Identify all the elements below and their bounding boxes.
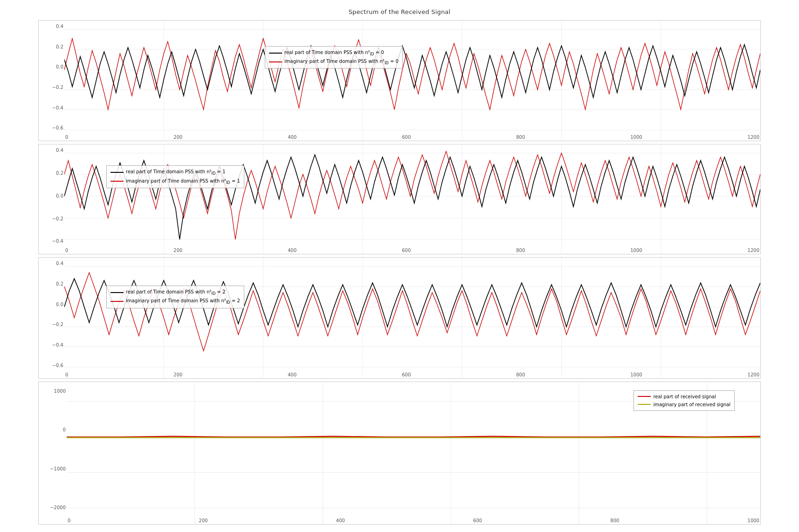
chart-panel-0: 0.4 0.2 0.0 −0.2 −0.4 −0.6 bbox=[38, 20, 761, 141]
chart-svg-2 bbox=[64, 258, 760, 378]
x-labels-1: 0 200 400 600 800 1000 1200 bbox=[64, 248, 760, 253]
x-labels-2: 0 200 400 600 800 1000 1200 bbox=[64, 372, 760, 377]
legend-0: real part of Time domain PSS with n²ID =… bbox=[265, 46, 403, 68]
x-labels-3: 0 200 400 600 800 1000 bbox=[67, 518, 760, 523]
legend-1: real part of Time domain PSS with n²ID =… bbox=[106, 165, 244, 188]
chart-area-0: real part of Time domain PSS with n²ID =… bbox=[64, 20, 760, 141]
legend-2: real part of Time domain PSS with n²ID =… bbox=[106, 286, 244, 308]
page-title: Spectrum of the Received Signal bbox=[349, 8, 451, 15]
y-axis-3: 1000 0 −1000 −2000 bbox=[39, 382, 67, 524]
x-labels-0: 0 200 400 600 800 1000 1200 bbox=[64, 135, 760, 140]
chart-area-3: real part of received signal imaginary p… bbox=[67, 382, 760, 524]
y-axis-0: 0.4 0.2 0.0 −0.2 −0.4 −0.6 bbox=[39, 20, 64, 141]
chart-area-1: real part of Time domain PSS with n²ID =… bbox=[64, 144, 760, 254]
chart-svg-0 bbox=[64, 20, 760, 141]
chart-panel-2: 0.4 0.2 0.0 −0.2 −0.4 −0.6 bbox=[38, 257, 761, 378]
charts-container: 0.4 0.2 0.0 −0.2 −0.4 −0.6 bbox=[38, 20, 761, 532]
legend-3: real part of received signal imaginary p… bbox=[634, 390, 735, 411]
chart-panel-3: 1000 0 −1000 −2000 bbox=[38, 382, 761, 525]
y-axis-1: 0.4 0.2 0.0 −0.2 −0.4 bbox=[39, 144, 64, 254]
chart-panel-1: 0.4 0.2 0.0 −0.2 −0.4 bbox=[38, 144, 761, 254]
chart-area-2: real part of Time domain PSS with n²ID =… bbox=[64, 258, 760, 378]
y-axis-2: 0.4 0.2 0.0 −0.2 −0.4 −0.6 bbox=[39, 258, 64, 378]
chart-svg-1 bbox=[64, 144, 760, 254]
